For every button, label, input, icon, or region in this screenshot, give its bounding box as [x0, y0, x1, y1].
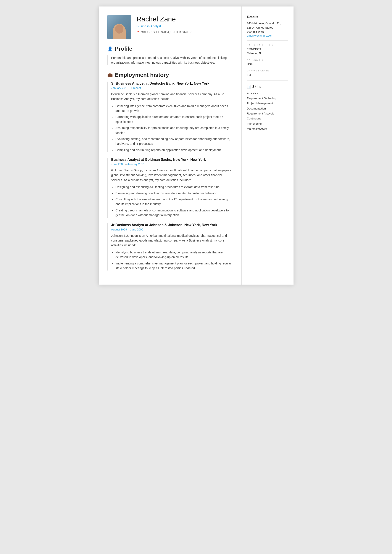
profile-section-title: 👤 Profile — [107, 45, 233, 52]
skills-bar-icon: 📊 — [247, 85, 251, 89]
skill-4: Documentation — [247, 106, 288, 111]
skill-6: Continuous — [247, 116, 288, 121]
profile-icon: 👤 — [107, 46, 113, 51]
main-content: Rachel Zane Business Analyst 📍 ORLANDO, … — [99, 7, 242, 284]
skills-label: Skills — [252, 85, 261, 89]
location-row: 📍 ORLANDO, FL, 32804, UNITED STATES — [137, 30, 233, 34]
employment-section: 💼 Employment history Sr Business Analyst… — [107, 72, 233, 271]
job-bullets-3: Identifying business trends utilizing re… — [111, 250, 233, 271]
sidebar: Details 143 Main Ave, Orlando, FL, 32804… — [242, 7, 294, 284]
header-info: Rachel Zane Business Analyst 📍 ORLANDO, … — [137, 15, 233, 34]
job-bullets-2: Designing and executing A/B testing proc… — [111, 185, 233, 217]
list-item: Implementing a comprehensive management … — [116, 261, 233, 271]
skill-1: Analytics — [247, 91, 288, 96]
profile-section: 👤 Profile Personable and process-oriente… — [107, 45, 233, 65]
avatar — [107, 15, 131, 39]
job-bullets-1: Gathering intelligence from corporate ex… — [111, 104, 233, 152]
employment-icon: 💼 — [107, 72, 113, 77]
job-desc-1: Deutsche Bank is a German global banking… — [111, 92, 233, 102]
job-dates-2: June 2000 – January 2013 — [111, 163, 233, 166]
job-title-2: Business Analyst at Goldman Sachs, New Y… — [111, 158, 233, 162]
location-pin-icon: 📍 — [137, 31, 140, 34]
job-date-start-3: August 1999 — [111, 228, 127, 231]
list-item: Evaluating, testing, and recommending ne… — [116, 137, 233, 146]
resume-page: Rachel Zane Business Analyst 📍 ORLANDO, … — [99, 7, 294, 284]
job-dash-2: – — [125, 163, 127, 166]
employment-section-title: 💼 Employment history — [107, 72, 233, 78]
sidebar-phone: 890-555-0401 — [247, 30, 288, 34]
list-item: Gathering intelligence from corporate ex… — [116, 104, 233, 113]
job-date-start-2: June 2000 — [111, 163, 125, 166]
job-dash-1: – — [129, 86, 131, 90]
job-dash-3: – — [128, 228, 130, 231]
dob-label: DATE / PLACE OF BIRTH — [247, 44, 288, 46]
header-section: Rachel Zane Business Analyst 📍 ORLANDO, … — [107, 15, 233, 39]
sidebar-dob: 05/10/1983 — [247, 47, 288, 51]
candidate-name: Rachel Zane — [137, 15, 233, 23]
profile-content: Personable and process-oriented Business… — [107, 55, 233, 65]
skill-2: Requirement Gathering — [247, 96, 288, 101]
sidebar-email: email@example.com — [247, 34, 288, 37]
job-date-start-1: January 2013 — [111, 86, 128, 90]
skill-8: Market Research — [247, 126, 288, 131]
nationality-label: NATIONALITY — [247, 59, 288, 61]
sidebar-driving: Full — [247, 73, 288, 77]
job-dates-3: August 1999 – June 2000 — [111, 228, 233, 231]
job-title-3: Jr Business Analyst at Johnson & Johnson… — [111, 223, 233, 227]
job-entry-1: Sr Business Analyst at Deutsche Bank, Ne… — [107, 82, 233, 152]
job-desc-2: Goldman Sachs Group, Inc. is an American… — [111, 168, 233, 182]
list-item: Identifying business trends utilizing re… — [116, 250, 233, 260]
list-item: Compiling and distributing reports on ap… — [116, 148, 233, 152]
sidebar-address: 143 Main Ave, Orlando, FL, 32804, United… — [247, 21, 288, 30]
job-title-1: Sr Business Analyst at Deutsche Bank, Ne… — [111, 82, 233, 85]
job-entry-3: Jr Business Analyst at Johnson & Johnson… — [107, 223, 233, 271]
skill-3: Project Management — [247, 101, 288, 106]
details-title: Details — [247, 15, 288, 19]
list-item: Evaluating and drawing conclusions from … — [116, 191, 233, 196]
job-desc-3: Johnson & Johnson is an American multina… — [111, 233, 233, 248]
divider-1 — [247, 41, 288, 41]
skills-section-title: 📊 Skills — [247, 85, 288, 89]
driving-label: DRIVING LICENSE — [247, 69, 288, 72]
sidebar-birthplace: Orlando, FL — [247, 51, 288, 55]
list-item: Consulting with the executive team and t… — [116, 197, 233, 207]
list-item: Designing and executing A/B testing proc… — [116, 185, 233, 189]
list-item: Partnering with application directors an… — [116, 114, 233, 124]
divider-2 — [247, 80, 288, 81]
candidate-job-title: Business Analyst — [137, 24, 233, 28]
list-item: Assuming responsibility for project task… — [116, 125, 233, 135]
profile-text: Personable and process-oriented Business… — [111, 55, 233, 65]
job-entry-2: Business Analyst at Goldman Sachs, New Y… — [107, 158, 233, 218]
job-date-end-2: January 2013 — [127, 163, 145, 166]
list-item: Creating direct channels of communicatio… — [116, 208, 233, 218]
skill-7: Improvement — [247, 121, 288, 126]
sidebar-nationality: USA — [247, 62, 288, 66]
skill-5: Requirement Analysis — [247, 111, 288, 116]
job-date-end-1: Present — [131, 86, 141, 90]
job-dates-1: January 2013 – Present — [111, 86, 233, 90]
location-text: ORLANDO, FL, 32804, UNITED STATES — [141, 30, 192, 34]
job-date-end-3: June 2000 — [130, 228, 143, 231]
